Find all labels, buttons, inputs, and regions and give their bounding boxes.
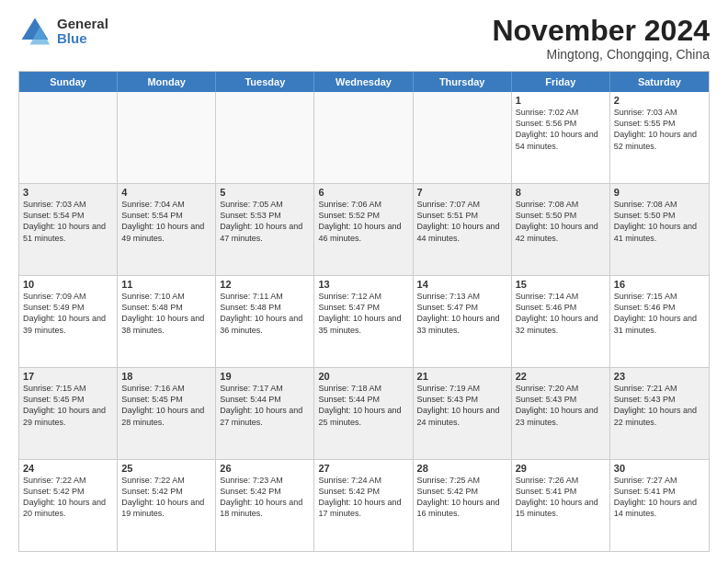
day-number: 1 xyxy=(516,95,606,106)
calendar: SundayMondayTuesdayWednesdayThursdayFrid… xyxy=(18,71,710,552)
day-info: Sunrise: 7:03 AM Sunset: 5:54 PM Dayligh… xyxy=(23,199,113,244)
day-number: 9 xyxy=(614,187,705,198)
day-number: 15 xyxy=(516,279,606,290)
day-info: Sunrise: 7:11 AM Sunset: 5:48 PM Dayligh… xyxy=(220,291,310,336)
weekday-header: Friday xyxy=(512,72,610,92)
day-cell: 20Sunrise: 7:18 AM Sunset: 5:44 PM Dayli… xyxy=(314,368,413,459)
day-cell: 21Sunrise: 7:19 AM Sunset: 5:43 PM Dayli… xyxy=(414,368,512,459)
day-number: 26 xyxy=(220,463,310,474)
empty-cell xyxy=(216,92,314,183)
day-cell: 4Sunrise: 7:04 AM Sunset: 5:54 PM Daylig… xyxy=(118,184,216,275)
day-cell: 2Sunrise: 7:03 AM Sunset: 5:55 PM Daylig… xyxy=(610,92,709,183)
day-number: 10 xyxy=(23,279,113,290)
day-number: 25 xyxy=(121,463,211,474)
calendar-row: 1Sunrise: 7:02 AM Sunset: 5:56 PM Daylig… xyxy=(19,92,709,184)
day-info: Sunrise: 7:08 AM Sunset: 5:50 PM Dayligh… xyxy=(516,199,606,244)
day-info: Sunrise: 7:03 AM Sunset: 5:55 PM Dayligh… xyxy=(614,107,705,152)
calendar-row: 3Sunrise: 7:03 AM Sunset: 5:54 PM Daylig… xyxy=(19,184,709,276)
day-cell: 1Sunrise: 7:02 AM Sunset: 5:56 PM Daylig… xyxy=(512,92,610,183)
day-number: 6 xyxy=(318,187,408,198)
day-info: Sunrise: 7:22 AM Sunset: 5:42 PM Dayligh… xyxy=(121,475,211,520)
logo-general: General xyxy=(57,17,108,32)
day-number: 30 xyxy=(614,463,705,474)
day-cell: 14Sunrise: 7:13 AM Sunset: 5:47 PM Dayli… xyxy=(414,276,512,367)
day-number: 28 xyxy=(417,463,507,474)
day-info: Sunrise: 7:13 AM Sunset: 5:47 PM Dayligh… xyxy=(417,291,507,336)
day-number: 24 xyxy=(23,463,113,474)
day-info: Sunrise: 7:19 AM Sunset: 5:43 PM Dayligh… xyxy=(417,383,507,428)
logo: General Blue xyxy=(18,15,108,48)
month-title: November 2024 xyxy=(492,15,710,47)
day-cell: 28Sunrise: 7:25 AM Sunset: 5:42 PM Dayli… xyxy=(414,460,512,551)
day-info: Sunrise: 7:15 AM Sunset: 5:45 PM Dayligh… xyxy=(23,383,113,428)
calendar-row: 17Sunrise: 7:15 AM Sunset: 5:45 PM Dayli… xyxy=(19,368,709,460)
day-cell: 7Sunrise: 7:07 AM Sunset: 5:51 PM Daylig… xyxy=(414,184,512,275)
day-cell: 25Sunrise: 7:22 AM Sunset: 5:42 PM Dayli… xyxy=(118,460,216,551)
weekday-header: Monday xyxy=(118,72,216,92)
day-number: 17 xyxy=(23,371,113,382)
empty-cell xyxy=(118,92,216,183)
weekday-header: Sunday xyxy=(19,72,118,92)
day-cell: 23Sunrise: 7:21 AM Sunset: 5:43 PM Dayli… xyxy=(610,368,709,459)
calendar-header: SundayMondayTuesdayWednesdayThursdayFrid… xyxy=(19,72,709,92)
day-cell: 29Sunrise: 7:26 AM Sunset: 5:41 PM Dayli… xyxy=(512,460,610,551)
day-info: Sunrise: 7:24 AM Sunset: 5:42 PM Dayligh… xyxy=(318,475,408,520)
day-info: Sunrise: 7:12 AM Sunset: 5:47 PM Dayligh… xyxy=(318,291,408,336)
logo-text: General Blue xyxy=(57,17,108,47)
day-number: 21 xyxy=(417,371,507,382)
day-number: 3 xyxy=(23,187,113,198)
day-cell: 3Sunrise: 7:03 AM Sunset: 5:54 PM Daylig… xyxy=(19,184,118,275)
day-number: 27 xyxy=(318,463,408,474)
day-cell: 30Sunrise: 7:27 AM Sunset: 5:41 PM Dayli… xyxy=(610,460,709,551)
day-number: 7 xyxy=(417,187,507,198)
day-info: Sunrise: 7:20 AM Sunset: 5:43 PM Dayligh… xyxy=(516,383,606,428)
day-info: Sunrise: 7:04 AM Sunset: 5:54 PM Dayligh… xyxy=(121,199,211,244)
day-cell: 6Sunrise: 7:06 AM Sunset: 5:52 PM Daylig… xyxy=(314,184,413,275)
location: Mingtong, Chongqing, China xyxy=(492,47,710,62)
day-number: 5 xyxy=(220,187,310,198)
day-number: 19 xyxy=(220,371,310,382)
day-info: Sunrise: 7:15 AM Sunset: 5:46 PM Dayligh… xyxy=(614,291,705,336)
day-number: 13 xyxy=(318,279,408,290)
day-cell: 24Sunrise: 7:22 AM Sunset: 5:42 PM Dayli… xyxy=(19,460,118,551)
day-number: 16 xyxy=(614,279,705,290)
weekday-header: Wednesday xyxy=(314,72,413,92)
day-info: Sunrise: 7:09 AM Sunset: 5:49 PM Dayligh… xyxy=(23,291,113,336)
day-cell: 10Sunrise: 7:09 AM Sunset: 5:49 PM Dayli… xyxy=(19,276,118,367)
day-info: Sunrise: 7:23 AM Sunset: 5:42 PM Dayligh… xyxy=(220,475,310,520)
day-cell: 8Sunrise: 7:08 AM Sunset: 5:50 PM Daylig… xyxy=(512,184,610,275)
day-info: Sunrise: 7:27 AM Sunset: 5:41 PM Dayligh… xyxy=(614,475,705,520)
day-cell: 9Sunrise: 7:08 AM Sunset: 5:50 PM Daylig… xyxy=(610,184,709,275)
empty-cell xyxy=(314,92,413,183)
day-info: Sunrise: 7:16 AM Sunset: 5:45 PM Dayligh… xyxy=(121,383,211,428)
day-info: Sunrise: 7:14 AM Sunset: 5:46 PM Dayligh… xyxy=(516,291,606,336)
weekday-header: Tuesday xyxy=(216,72,314,92)
day-cell: 27Sunrise: 7:24 AM Sunset: 5:42 PM Dayli… xyxy=(314,460,413,551)
calendar-row: 24Sunrise: 7:22 AM Sunset: 5:42 PM Dayli… xyxy=(19,460,709,551)
day-number: 2 xyxy=(614,95,705,106)
day-info: Sunrise: 7:06 AM Sunset: 5:52 PM Dayligh… xyxy=(318,199,408,244)
logo-blue: Blue xyxy=(57,31,108,47)
empty-cell xyxy=(19,92,118,183)
day-cell: 19Sunrise: 7:17 AM Sunset: 5:44 PM Dayli… xyxy=(216,368,314,459)
day-info: Sunrise: 7:08 AM Sunset: 5:50 PM Dayligh… xyxy=(614,199,705,244)
day-number: 29 xyxy=(516,463,606,474)
calendar-row: 10Sunrise: 7:09 AM Sunset: 5:49 PM Dayli… xyxy=(19,276,709,368)
day-cell: 12Sunrise: 7:11 AM Sunset: 5:48 PM Dayli… xyxy=(216,276,314,367)
day-cell: 16Sunrise: 7:15 AM Sunset: 5:46 PM Dayli… xyxy=(610,276,709,367)
day-number: 8 xyxy=(516,187,606,198)
weekday-header: Saturday xyxy=(610,72,709,92)
header: General Blue November 2024 Mingtong, Cho… xyxy=(18,15,710,62)
day-info: Sunrise: 7:07 AM Sunset: 5:51 PM Dayligh… xyxy=(417,199,507,244)
day-info: Sunrise: 7:18 AM Sunset: 5:44 PM Dayligh… xyxy=(318,383,408,428)
day-info: Sunrise: 7:02 AM Sunset: 5:56 PM Dayligh… xyxy=(516,107,606,152)
day-number: 20 xyxy=(318,371,408,382)
day-number: 12 xyxy=(220,279,310,290)
day-number: 14 xyxy=(417,279,507,290)
day-cell: 26Sunrise: 7:23 AM Sunset: 5:42 PM Dayli… xyxy=(216,460,314,551)
day-number: 22 xyxy=(516,371,606,382)
day-number: 23 xyxy=(614,371,705,382)
day-cell: 15Sunrise: 7:14 AM Sunset: 5:46 PM Dayli… xyxy=(512,276,610,367)
day-number: 4 xyxy=(121,187,211,198)
day-cell: 17Sunrise: 7:15 AM Sunset: 5:45 PM Dayli… xyxy=(19,368,118,459)
